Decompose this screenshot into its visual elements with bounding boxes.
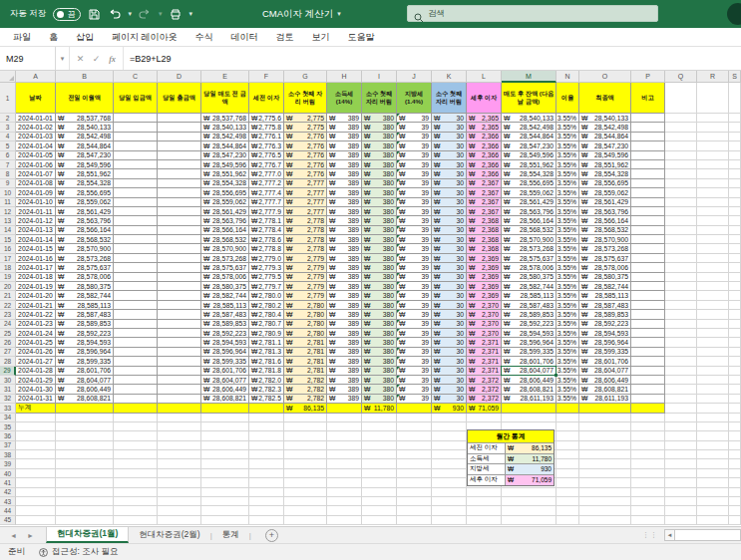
cell-P37[interactable] <box>631 441 665 450</box>
cell-C40[interactable] <box>114 469 158 478</box>
cell-E30[interactable]: ₩28,604,077 <box>201 376 249 385</box>
cell-C25[interactable] <box>114 329 158 338</box>
cell-O2[interactable]: ₩28,540,133 <box>579 114 631 123</box>
cell-N5[interactable]: 3.55% <box>556 141 579 150</box>
cell-E14[interactable]: ₩28,566,164 <box>201 226 249 235</box>
cell-I39[interactable] <box>362 459 397 468</box>
cell-Q14[interactable] <box>665 226 697 235</box>
cell-O44[interactable] <box>579 506 631 515</box>
cell-N4[interactable]: 3.55% <box>556 133 579 141</box>
cell-D45[interactable] <box>158 516 201 525</box>
cell-K13[interactable]: ₩30 <box>432 216 467 225</box>
cell-A19[interactable]: 2024-01-18 <box>16 273 56 282</box>
cell-H40[interactable] <box>327 469 362 478</box>
cell-R40[interactable] <box>697 469 729 478</box>
cell-L19[interactable]: ₩2,369 <box>467 273 502 282</box>
cell-D5[interactable] <box>158 141 201 150</box>
cell-A33[interactable]: 누계 <box>16 404 56 413</box>
row-header-13[interactable]: 13 <box>0 216 16 225</box>
accessibility-status[interactable]: 접근성: 조사 필요 <box>39 546 119 558</box>
row-header-15[interactable]: 15 <box>0 235 16 244</box>
cell-F25[interactable]: ₩2,780.9 <box>249 329 284 338</box>
cell-H29[interactable]: ₩389 <box>327 367 362 376</box>
cell-C17[interactable] <box>114 254 158 263</box>
cell-A45[interactable] <box>16 516 56 525</box>
cell-M2[interactable]: ₩28,540,133 <box>502 114 556 123</box>
cell-P20[interactable] <box>631 282 665 291</box>
cell-S12[interactable] <box>729 207 741 216</box>
cell-P18[interactable] <box>631 263 665 272</box>
cell-H8[interactable]: ₩389 <box>327 169 362 178</box>
cell-P43[interactable] <box>631 497 665 506</box>
cell-O19[interactable]: ₩28,580,375 <box>579 273 631 282</box>
cell-C35[interactable] <box>114 422 158 431</box>
sheet-nav-left-icon[interactable]: ◄ <box>10 532 17 539</box>
cell-L21[interactable]: ₩2,369 <box>467 291 502 300</box>
cell-M32[interactable]: ₩28,611,193 <box>502 395 556 404</box>
cell-F43[interactable] <box>249 497 284 506</box>
cell-G23[interactable]: ₩2,780 <box>284 310 327 319</box>
cell-S13[interactable] <box>729 216 741 225</box>
cell-S1[interactable] <box>729 83 741 114</box>
cell-P14[interactable] <box>631 226 665 235</box>
column-header-D[interactable]: D <box>158 71 201 83</box>
cell-J43[interactable] <box>397 497 432 506</box>
cell-C19[interactable] <box>114 273 158 282</box>
cell-G17[interactable]: ₩2,779 <box>284 254 327 263</box>
cell-F17[interactable]: ₩2,779.0 <box>249 254 284 263</box>
cell-K34[interactable] <box>432 414 467 422</box>
cell-D27[interactable] <box>158 348 201 357</box>
cell-I43[interactable] <box>362 497 397 506</box>
row-header-2[interactable]: 2 <box>0 114 16 123</box>
cell-P16[interactable] <box>631 244 665 253</box>
cell-R41[interactable] <box>697 478 729 487</box>
cell-G25[interactable]: ₩2,780 <box>284 329 327 338</box>
cell-C43[interactable] <box>114 497 158 506</box>
cell-C26[interactable] <box>114 338 158 347</box>
cell-P11[interactable] <box>631 198 665 207</box>
cell-O30[interactable]: ₩28,606,449 <box>579 376 631 385</box>
cell-M45[interactable] <box>502 516 556 525</box>
cell-A3[interactable]: 2024-01-02 <box>16 123 56 132</box>
cell-Q9[interactable] <box>665 179 697 188</box>
cell-S37[interactable] <box>729 441 741 450</box>
cell-I4[interactable]: ₩380 <box>362 133 397 141</box>
cell-J25[interactable]: ₩39 <box>397 329 432 338</box>
row-header-33[interactable]: 33 <box>0 404 16 413</box>
cell-G43[interactable] <box>284 497 327 506</box>
cell-P30[interactable] <box>631 376 665 385</box>
row-header-5[interactable]: 5 <box>0 141 16 150</box>
cell-R30[interactable] <box>697 376 729 385</box>
cell-N21[interactable]: 3.55% <box>556 291 579 300</box>
cell-M11[interactable]: ₩28,561,429 <box>502 198 556 207</box>
cell-N8[interactable]: 3.55% <box>556 169 579 178</box>
cell-S30[interactable] <box>729 376 741 385</box>
cell-O45[interactable] <box>579 516 631 525</box>
cell-G10[interactable]: ₩2,777 <box>284 188 327 197</box>
cell-I25[interactable]: ₩380 <box>362 329 397 338</box>
cell-Q10[interactable] <box>665 188 697 197</box>
cell-M18[interactable]: ₩28,578,006 <box>502 263 556 272</box>
cell-K11[interactable]: ₩30 <box>432 198 467 207</box>
cell-C20[interactable] <box>114 282 158 291</box>
cell-M7[interactable]: ₩28,551,962 <box>502 160 556 169</box>
cell-C9[interactable] <box>114 179 158 188</box>
cell-M21[interactable]: ₩28,585,113 <box>502 291 556 300</box>
cell-M4[interactable]: ₩28,544,864 <box>502 133 556 141</box>
cell-D12[interactable] <box>158 207 201 216</box>
cell-R1[interactable] <box>697 83 729 114</box>
cell-S4[interactable] <box>729 133 741 141</box>
cell-J8[interactable]: ₩39 <box>397 169 432 178</box>
cell-N45[interactable] <box>556 516 579 525</box>
cell-H39[interactable] <box>327 459 362 468</box>
cell-I44[interactable] <box>362 506 397 515</box>
cell-C37[interactable] <box>114 441 158 450</box>
cell-B21[interactable]: ₩28,582,744 <box>56 291 114 300</box>
cell-R10[interactable] <box>697 188 729 197</box>
cell-J22[interactable]: ₩39 <box>397 301 432 310</box>
cell-N12[interactable]: 3.55% <box>556 207 579 216</box>
cell-C32[interactable] <box>114 395 158 404</box>
cell-S17[interactable] <box>729 254 741 263</box>
cell-E38[interactable] <box>201 450 249 459</box>
cell-J35[interactable] <box>397 422 432 431</box>
